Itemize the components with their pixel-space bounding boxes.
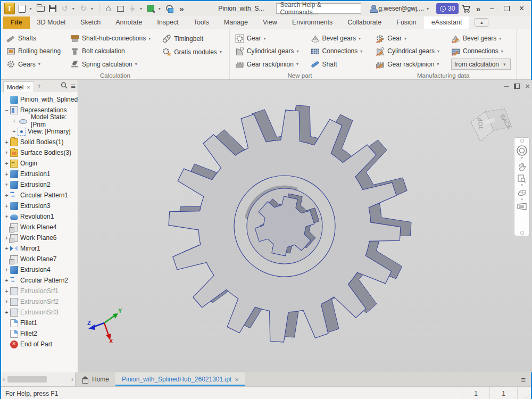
menu-tab-collaborate[interactable]: Collaborate: [340, 16, 389, 29]
undo-dropdown[interactable]: ▾: [72, 6, 76, 11]
ribbon-button-gear-rack-pinion[interactable]: Gear rack/pinion▾: [234, 58, 302, 71]
cart-icon[interactable]: [461, 3, 471, 14]
tree-item-view-primary-[interactable]: +View: [Primary]: [1, 126, 78, 137]
tree-expander-icon[interactable]: +: [3, 171, 10, 177]
tree-item-origin[interactable]: +Origin: [1, 158, 78, 169]
tree-expander-icon[interactable]: +: [11, 128, 18, 135]
ribbon-collapse-icon[interactable]: ▲: [475, 18, 488, 27]
viewcube-face-top[interactable]: TOP: [477, 117, 484, 130]
tree-expander-icon[interactable]: +: [3, 160, 10, 167]
steering-wheel-icon[interactable]: [514, 145, 529, 156]
ribbon-button-gear[interactable]: Gear▾: [234, 32, 302, 45]
new-document-icon[interactable]: [18, 3, 27, 14]
tree-expander-icon[interactable]: −: [3, 107, 10, 113]
tree-item-work-plane6[interactable]: +Work Plane6: [1, 232, 78, 243]
ribbon-button-cylindrical-gears[interactable]: Cylindrical gears▾: [375, 45, 443, 57]
quick-command-icon[interactable]: [128, 3, 137, 14]
tab-home[interactable]: Home: [76, 372, 115, 386]
menu-tab-fusion[interactable]: Fusion: [389, 16, 424, 29]
tree-expander-icon[interactable]: +: [3, 309, 10, 315]
new-document-dropdown[interactable]: ▾: [30, 6, 34, 11]
navbar-bottom-dot[interactable]: [520, 231, 524, 235]
viewcube[interactable]: TOP BACK: [461, 96, 520, 149]
ribbon-button-connections[interactable]: Connections▾: [450, 45, 512, 57]
tree-expander-icon[interactable]: +: [3, 149, 10, 156]
zoom-icon[interactable]: [514, 174, 529, 184]
combo-from-calculation[interactable]: from calculation▾: [450, 58, 512, 71]
ribbon-button-bevel-gears[interactable]: Bevel gears▾: [310, 32, 366, 45]
tree-expander-icon[interactable]: +: [3, 277, 10, 284]
user-menu[interactable]: g.weser@gwj....: [378, 5, 424, 12]
tree-item-work-plane7[interactable]: Work Plane7: [1, 254, 78, 264]
ribbon-button-timingbelt[interactable]: Timingbelt: [161, 32, 225, 45]
menu-tab-3d-model[interactable]: 3D Model: [30, 16, 73, 29]
tree-expander-icon[interactable]: +: [3, 288, 10, 294]
tree-item-end-of-part[interactable]: End of Part: [1, 339, 78, 350]
ribbon-button-spring-calculation[interactable]: Spring calculation▾: [69, 58, 154, 71]
tree-expander-icon[interactable]: +: [3, 245, 10, 252]
tree-expander-icon[interactable]: +: [3, 139, 10, 145]
menu-tab-file[interactable]: File: [3, 16, 30, 29]
steering-wheel-dropdown[interactable]: ▾: [521, 156, 523, 160]
tree-item-circular-pattern2[interactable]: +Circular Pattern2: [1, 275, 78, 286]
switch-windows-icon[interactable]: [115, 3, 125, 14]
ribbon-button-bolt-calculation[interactable]: Bolt calculation: [69, 45, 154, 57]
resize-grip[interactable]: [517, 387, 531, 399]
menu-tab-view[interactable]: View: [255, 16, 285, 29]
menu-tab-inspect[interactable]: Inspect: [149, 16, 186, 29]
browser-tab-model[interactable]: Model×: [3, 81, 34, 92]
doc-close-icon[interactable]: ×: [525, 81, 530, 90]
tree-item-extrusionsrf1[interactable]: +ExtrusionSrf1: [1, 286, 78, 296]
orbit-icon[interactable]: [514, 188, 529, 198]
save-icon[interactable]: [48, 3, 57, 14]
home-view-icon[interactable]: ⌂: [104, 3, 113, 14]
tree-expander-icon[interactable]: +: [3, 298, 10, 305]
qat-overflow-icon[interactable]: »: [177, 3, 187, 14]
tree-item-work-plane4[interactable]: Work Plane4: [1, 222, 78, 232]
browser-menu-icon[interactable]: ≡: [71, 81, 76, 90]
tree-item-extrusion3[interactable]: +Extrusion3: [1, 201, 78, 211]
tab-list-icon[interactable]: ≡: [521, 372, 526, 386]
menu-tab-eassistant[interactable]: eAssistant: [424, 16, 470, 29]
scroll-left-icon[interactable]: ‹: [3, 376, 5, 383]
tree-item-extrusion4[interactable]: +Extrusion4: [1, 264, 78, 275]
tree-expander-icon[interactable]: +: [3, 181, 10, 188]
browser-horizontal-scrollbar[interactable]: ‹ ›: [1, 372, 76, 386]
open-icon[interactable]: [36, 3, 46, 14]
tree-expander-icon[interactable]: +: [3, 213, 10, 220]
ribbon-button-cylindrical-gears[interactable]: Cylindrical gears▾: [234, 45, 302, 57]
scrollbar-thumb[interactable]: [7, 376, 47, 383]
select-priority-icon[interactable]: [165, 3, 174, 14]
trial-timer-badge[interactable]: 30: [436, 3, 459, 14]
menu-tab-sketch[interactable]: Sketch: [73, 16, 108, 29]
ribbon-button-bevel-gears[interactable]: Bevel gears▾: [450, 32, 512, 45]
ribbon-button-rolling-bearing[interactable]: Rolling bearing: [5, 45, 62, 57]
menu-tab-environments[interactable]: Environments: [285, 16, 340, 29]
redo-icon[interactable]: ↻: [79, 3, 88, 14]
minimize-button[interactable]: −: [486, 3, 498, 14]
tab-close-icon[interactable]: ×: [235, 376, 239, 384]
tree-item-pinion-with-splinedhub-2[interactable]: Pinion_with_SplinedHub_2: [1, 94, 78, 105]
redo-dropdown[interactable]: ▾: [91, 6, 95, 11]
pan-icon[interactable]: [514, 162, 529, 172]
tree-item-extrusionsrf2[interactable]: +ExtrusionSrf2: [1, 296, 78, 307]
ribbon-button-shaft[interactable]: Shaft: [310, 58, 366, 71]
orbit-dropdown[interactable]: ▾: [521, 198, 523, 201]
search-input[interactable]: Search Help & Commands...: [276, 3, 361, 14]
ribbon-button-shaft-hub-connections[interactable]: Shaft-hub-connections▾: [69, 32, 154, 45]
tree-item-circular-pattern1[interactable]: +Circular Pattern1: [1, 190, 78, 201]
tree-expander-icon[interactable]: +: [11, 118, 18, 124]
material-icon[interactable]: [146, 3, 156, 14]
user-menu-dropdown[interactable]: ▾: [427, 6, 430, 11]
3d-viewport[interactable]: ─ × TOP BACK ▾: [78, 80, 532, 372]
browser-search-icon[interactable]: [61, 82, 68, 90]
tree-item-extrusionsrf3[interactable]: +ExtrusionSrf3: [1, 307, 78, 318]
tree-item-fillet1[interactable]: Fillet1: [1, 318, 78, 328]
zoom-dropdown[interactable]: ▾: [521, 184, 523, 187]
ribbon-button-gear[interactable]: Gear▾: [375, 32, 443, 45]
tree-expander-icon[interactable]: +: [3, 203, 10, 209]
ribbon-button-gear-rack-pinion[interactable]: Gear rack/pinion▾: [375, 58, 443, 71]
menu-tab-manage[interactable]: Manage: [217, 16, 255, 29]
tree-expander-icon[interactable]: +: [3, 192, 10, 198]
tree-item-revolution1[interactable]: +Revolution1: [1, 211, 78, 222]
